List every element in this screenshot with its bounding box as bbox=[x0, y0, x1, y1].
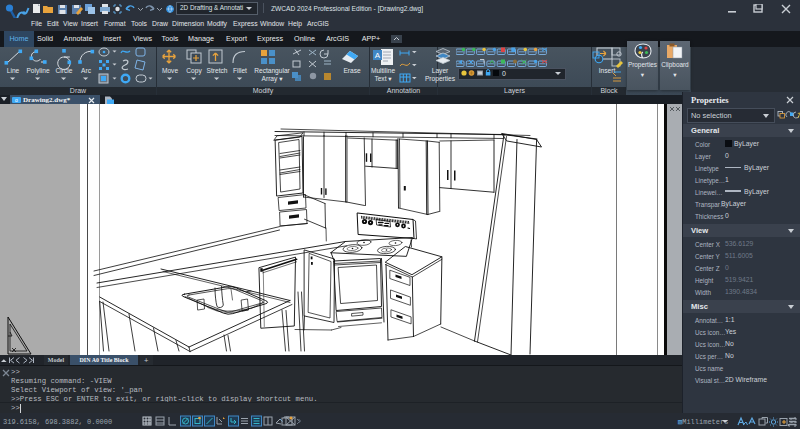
svg-text:o: o bbox=[15, 97, 18, 103]
svg-text:A: A bbox=[375, 51, 381, 60]
